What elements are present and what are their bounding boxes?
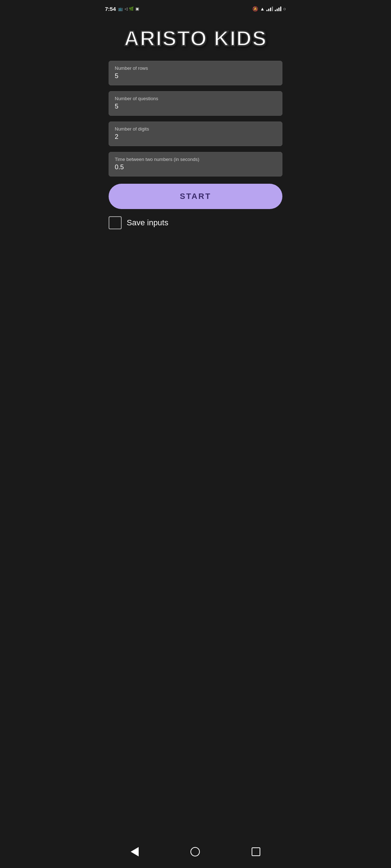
logo-area: ARISTO KIDS (98, 16, 293, 57)
rows-field-container: Number of rows (109, 61, 282, 85)
status-bar: 7:54 📺 ◁ 🌿 ▣ 🔕 ▲ (98, 0, 293, 16)
save-inputs-checkbox[interactable] (109, 216, 122, 229)
signal-bar-1-icon (266, 6, 273, 11)
bell-muted-icon: 🔕 (252, 6, 258, 12)
time-input[interactable] (115, 163, 276, 171)
digits-input[interactable] (115, 133, 276, 141)
zomato-icon: ▣ (135, 7, 139, 11)
signal-bar-2-icon (275, 6, 281, 11)
bottom-nav (98, 838, 293, 868)
questions-label: Number of questions (115, 96, 276, 101)
battery-icon: ○ (283, 6, 286, 12)
start-button[interactable]: START (109, 184, 282, 209)
send-icon: ◁ (125, 7, 127, 11)
questions-input[interactable] (115, 103, 276, 110)
recents-icon (252, 847, 260, 856)
status-left: 7:54 📺 ◁ 🌿 ▣ (105, 6, 139, 12)
time-label: Time between two numbers (in seconds) (115, 157, 276, 162)
home-icon (190, 847, 200, 856)
digits-label: Number of digits (115, 126, 276, 132)
save-inputs-label: Save inputs (127, 218, 168, 227)
back-button[interactable] (123, 844, 146, 859)
rows-input[interactable] (115, 72, 276, 80)
wifi-icon: ▲ (260, 6, 265, 12)
digits-field-container: Number of digits (109, 122, 282, 146)
status-right: 🔕 ▲ ○ (252, 6, 286, 12)
save-inputs-row: Save inputs (109, 216, 282, 229)
time-field-container: Time between two numbers (in seconds) (109, 152, 282, 176)
rows-label: Number of rows (115, 65, 276, 71)
back-icon (131, 847, 139, 856)
nature-icon: 🌿 (129, 7, 134, 11)
home-button[interactable] (183, 844, 207, 859)
firetv-icon: 📺 (118, 7, 123, 11)
status-time: 7:54 (105, 6, 116, 12)
recents-button[interactable] (244, 844, 268, 859)
questions-field-container: Number of questions (109, 91, 282, 116)
main-content: Number of rows Number of questions Numbe… (98, 57, 293, 838)
status-icons-left: 📺 ◁ 🌿 ▣ (118, 7, 139, 11)
app-logo: ARISTO KIDS (124, 27, 267, 50)
